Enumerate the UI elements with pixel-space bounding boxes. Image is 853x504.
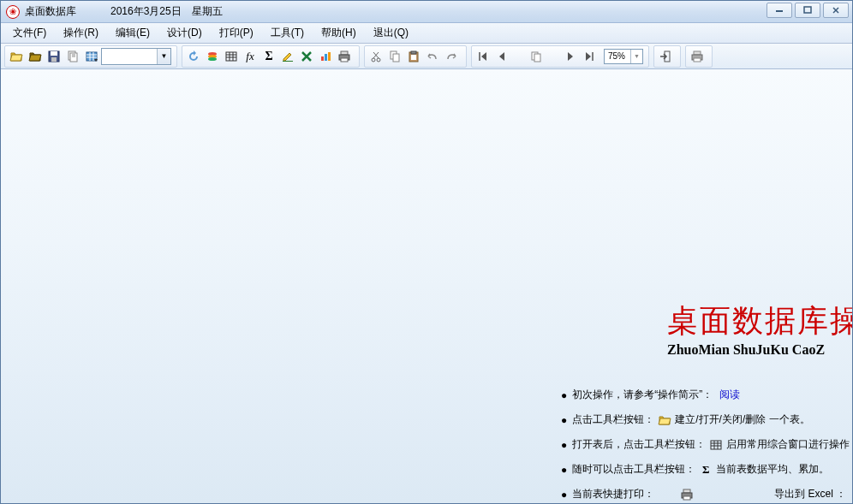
svg-rect-20 — [226, 52, 236, 61]
svg-rect-1 — [804, 7, 811, 13]
instruction-row-5: ● 当前表快捷打印： 导出到 Excel ： — [561, 487, 852, 501]
svg-marker-47 — [586, 52, 591, 61]
title-date: 2016年3月25日 — [110, 4, 182, 19]
title-bar: ❀ 桌面数据库 2016年3月25日 星期五 — [1, 1, 852, 23]
function-icon[interactable]: fx — [241, 47, 259, 66]
bullet-icon: ● — [561, 464, 567, 476]
instr4-pre: 随时可以点击工具栏按钮： — [572, 462, 695, 477]
undo-icon[interactable] — [423, 47, 442, 66]
svg-rect-52 — [694, 58, 701, 62]
svg-rect-26 — [321, 56, 324, 61]
next-page-icon[interactable] — [561, 47, 580, 66]
page-sep-1 — [511, 47, 527, 66]
save-icon[interactable] — [45, 47, 63, 66]
bullet-icon: ● — [561, 439, 567, 451]
last-page-icon[interactable] — [580, 47, 599, 66]
big-title: 桌面数据库操 — [667, 300, 852, 342]
printer-icon[interactable] — [335, 47, 354, 66]
svg-point-33 — [377, 58, 380, 62]
svg-marker-43 — [499, 52, 504, 61]
toolbar-group-1: ▼ — [4, 45, 177, 68]
svg-rect-53 — [711, 441, 721, 449]
svg-rect-60 — [683, 496, 690, 500]
instr4-post: 当前表数据平均、累加。 — [716, 462, 829, 477]
svg-rect-40 — [411, 55, 416, 60]
svg-rect-6 — [51, 57, 57, 62]
table-icon[interactable] — [222, 47, 241, 66]
instruction-row-3: ● 打开表后，点击工具栏按钮： 启用常用综合窗口进行操作 — [561, 437, 852, 452]
bullet-icon: ● — [561, 389, 567, 401]
app-icon: ❀ — [6, 5, 20, 19]
toolbar-dropdown[interactable]: ▼ — [101, 48, 171, 65]
instr5-export: 导出到 Excel ： — [774, 487, 846, 501]
toolbar-group-6 — [685, 45, 713, 68]
excel-icon[interactable] — [297, 47, 316, 66]
toolbar-group-4: 75% ▼ — [471, 45, 649, 68]
printer2-icon[interactable] — [688, 47, 707, 66]
content-area: 桌面数据库操 ZhuoMian ShuJuKu CaoZ ● 初次操作，请参考“… — [1, 69, 852, 503]
svg-rect-31 — [341, 58, 348, 62]
svg-marker-46 — [568, 52, 573, 61]
toolbar: ▼ fx Σ 75% ▼ — [1, 44, 852, 69]
menu-edit[interactable]: 编辑(E) — [107, 23, 158, 43]
cut-icon[interactable] — [367, 47, 385, 66]
window-title: 桌面数据库 — [25, 4, 76, 19]
svg-rect-39 — [411, 51, 416, 54]
svg-rect-27 — [325, 54, 327, 61]
menu-operate[interactable]: 操作(R) — [55, 23, 107, 43]
svg-point-32 — [372, 58, 375, 62]
svg-rect-5 — [51, 51, 57, 56]
sigma-inline-icon: Σ — [699, 463, 713, 477]
refresh-icon[interactable] — [184, 47, 203, 66]
exit-door-icon[interactable] — [656, 47, 675, 66]
toolbar-group-2: fx Σ — [182, 45, 360, 68]
toolbar-group-5 — [653, 45, 681, 68]
instr2-post: 建立/打开/关闭/删除 一个表。 — [675, 412, 809, 427]
copy-table-icon[interactable] — [63, 47, 82, 66]
edit-pencil-icon[interactable] — [278, 47, 297, 66]
close-button[interactable] — [823, 3, 849, 18]
toolbar-group-3 — [364, 45, 467, 68]
menu-bar: 文件(F) 操作(R) 编辑(E) 设计(D) 打印(P) 工具(T) 帮助(H… — [1, 23, 852, 44]
svg-rect-37 — [393, 54, 399, 62]
menu-file[interactable]: 文件(F) — [4, 23, 55, 43]
read-link[interactable]: 阅读 — [719, 388, 740, 402]
svg-rect-28 — [328, 52, 331, 61]
pinyin-subtitle: ZhuoMian ShuJuKu CaoZ — [667, 342, 852, 358]
open-dark-folder-icon[interactable] — [26, 47, 45, 66]
svg-marker-42 — [481, 52, 486, 61]
menu-design[interactable]: 设计(D) — [158, 23, 211, 43]
minimize-button[interactable] — [767, 3, 792, 18]
zoom-dropdown[interactable]: 75% ▼ — [604, 49, 643, 64]
instr2-pre: 点击工具栏按钮： — [572, 412, 654, 427]
page-copy-icon[interactable] — [527, 47, 546, 66]
bullet-icon: ● — [561, 489, 567, 501]
sigma-icon[interactable]: Σ — [259, 47, 278, 66]
page-sep-2 — [546, 47, 561, 66]
copy-icon[interactable] — [385, 47, 404, 66]
prev-page-icon[interactable] — [492, 47, 511, 66]
menu-print[interactable]: 打印(P) — [211, 23, 262, 43]
instruction-row-1: ● 初次操作，请参考“操作简示”： 阅读 — [561, 388, 852, 402]
dropdown-arrow-icon: ▼ — [157, 49, 170, 64]
menu-tools[interactable]: 工具(T) — [262, 23, 313, 43]
instruction-row-4: ● 随时可以点击工具栏按钮： Σ 当前表数据平均、累加。 — [561, 462, 852, 477]
paste-icon[interactable] — [404, 47, 423, 66]
zoom-arrow-icon: ▼ — [630, 50, 642, 63]
maximize-button[interactable] — [795, 3, 820, 18]
menu-help[interactable]: 帮助(H) — [313, 23, 365, 43]
open-folder-icon[interactable] — [7, 47, 26, 66]
svg-point-19 — [208, 57, 217, 61]
layers-icon[interactable] — [203, 47, 222, 66]
title-weekday: 星期五 — [192, 4, 223, 19]
svg-rect-29 — [341, 51, 348, 55]
instr3-pre: 打开表后，点击工具栏按钮： — [572, 437, 706, 452]
folder-inline-icon — [658, 413, 671, 427]
redo-icon[interactable] — [442, 47, 461, 66]
first-page-icon[interactable] — [474, 47, 492, 66]
zoom-value: 75% — [608, 51, 625, 61]
bullet-icon: ● — [561, 414, 567, 426]
chart-icon[interactable] — [316, 47, 335, 66]
menu-exit[interactable]: 退出(Q) — [365, 23, 417, 43]
grid-view-icon[interactable] — [82, 47, 101, 66]
